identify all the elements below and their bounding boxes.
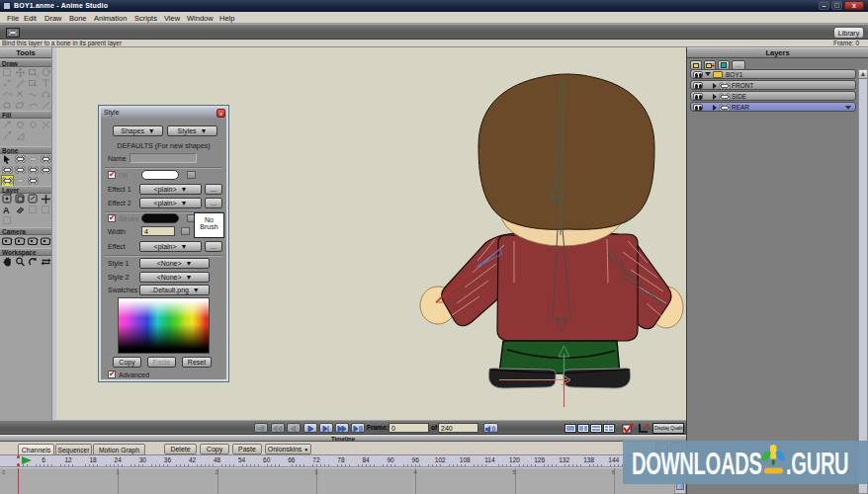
svg-text:A: A [3, 206, 10, 215]
